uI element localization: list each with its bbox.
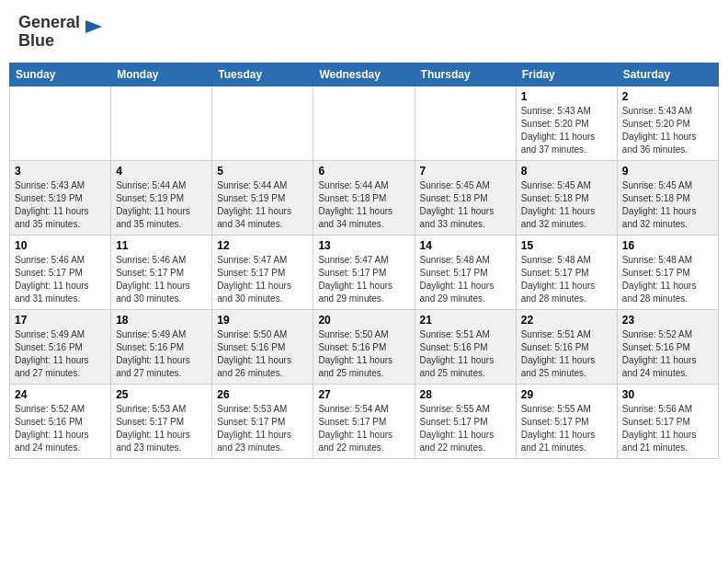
day-number: 13 — [318, 239, 409, 252]
calendar-cell: 7Sunrise: 5:45 AM Sunset: 5:18 PM Daylig… — [415, 160, 516, 235]
calendar-cell: 1Sunrise: 5:43 AM Sunset: 5:20 PM Daylig… — [516, 86, 617, 160]
calendar-cell: 9Sunrise: 5:45 AM Sunset: 5:18 PM Daylig… — [617, 160, 718, 235]
calendar-cell: 30Sunrise: 5:56 AM Sunset: 5:17 PM Dayli… — [617, 384, 718, 458]
calendar-cell: 20Sunrise: 5:50 AM Sunset: 5:16 PM Dayli… — [313, 309, 415, 384]
day-info: Sunrise: 5:50 AM Sunset: 5:16 PM Dayligh… — [318, 328, 409, 380]
calendar-cell: 19Sunrise: 5:50 AM Sunset: 5:16 PM Dayli… — [212, 309, 313, 384]
day-info: Sunrise: 5:47 AM Sunset: 5:17 PM Dayligh… — [217, 254, 308, 305]
day-info: Sunrise: 5:56 AM Sunset: 5:17 PM Dayligh… — [622, 403, 713, 454]
calendar-week-row: 24Sunrise: 5:52 AM Sunset: 5:16 PM Dayli… — [10, 384, 719, 458]
calendar-cell: 3Sunrise: 5:43 AM Sunset: 5:19 PM Daylig… — [10, 160, 111, 235]
day-number: 14 — [420, 239, 511, 252]
day-info: Sunrise: 5:51 AM Sunset: 5:16 PM Dayligh… — [420, 328, 511, 380]
day-info: Sunrise: 5:46 AM Sunset: 5:17 PM Dayligh… — [116, 254, 207, 305]
day-number: 7 — [420, 165, 511, 178]
day-info: Sunrise: 5:44 AM Sunset: 5:19 PM Dayligh… — [217, 179, 308, 231]
page-header: General Blue — [9, 9, 719, 55]
day-info: Sunrise: 5:43 AM Sunset: 5:19 PM Dayligh… — [15, 179, 106, 231]
logo: General Blue — [18, 14, 104, 51]
day-number: 19 — [217, 314, 308, 327]
day-info: Sunrise: 5:51 AM Sunset: 5:16 PM Dayligh… — [521, 328, 612, 380]
day-info: Sunrise: 5:44 AM Sunset: 5:18 PM Dayligh… — [318, 179, 409, 231]
weekday-header-sunday: Sunday — [10, 63, 111, 86]
calendar-cell: 29Sunrise: 5:55 AM Sunset: 5:17 PM Dayli… — [516, 384, 617, 458]
calendar-cell: 25Sunrise: 5:53 AM Sunset: 5:17 PM Dayli… — [111, 384, 212, 458]
day-number: 30 — [622, 388, 713, 401]
day-number: 4 — [116, 165, 207, 178]
day-info: Sunrise: 5:44 AM Sunset: 5:19 PM Dayligh… — [116, 179, 207, 231]
calendar-cell: 18Sunrise: 5:49 AM Sunset: 5:16 PM Dayli… — [111, 309, 212, 384]
calendar-header-row: SundayMondayTuesdayWednesdayThursdayFrid… — [10, 63, 719, 86]
day-number: 12 — [217, 239, 308, 252]
day-info: Sunrise: 5:48 AM Sunset: 5:17 PM Dayligh… — [622, 254, 713, 305]
calendar-cell: 12Sunrise: 5:47 AM Sunset: 5:17 PM Dayli… — [212, 235, 313, 309]
day-info: Sunrise: 5:47 AM Sunset: 5:17 PM Dayligh… — [318, 254, 409, 305]
logo-text-blue: Blue — [18, 31, 54, 50]
day-number: 17 — [15, 314, 106, 327]
calendar-cell: 27Sunrise: 5:54 AM Sunset: 5:17 PM Dayli… — [313, 384, 415, 458]
day-info: Sunrise: 5:45 AM Sunset: 5:18 PM Dayligh… — [622, 179, 713, 231]
weekday-header-thursday: Thursday — [415, 63, 516, 86]
day-number: 3 — [15, 165, 106, 178]
weekday-header-friday: Friday — [516, 63, 617, 86]
calendar-cell: 10Sunrise: 5:46 AM Sunset: 5:17 PM Dayli… — [10, 235, 111, 309]
weekday-header-monday: Monday — [111, 63, 212, 86]
day-number: 27 — [318, 388, 409, 401]
weekday-header-tuesday: Tuesday — [212, 63, 313, 86]
day-number: 22 — [521, 314, 612, 327]
calendar-cell: 8Sunrise: 5:45 AM Sunset: 5:18 PM Daylig… — [516, 160, 617, 235]
calendar-cell: 26Sunrise: 5:53 AM Sunset: 5:17 PM Dayli… — [212, 384, 313, 458]
logo-arrow-icon — [84, 17, 104, 37]
day-number: 25 — [116, 388, 207, 401]
day-number: 18 — [116, 314, 207, 327]
logo-text-general: General — [18, 13, 80, 31]
calendar-cell: 14Sunrise: 5:48 AM Sunset: 5:17 PM Dayli… — [415, 235, 516, 309]
day-number: 8 — [521, 165, 612, 178]
day-info: Sunrise: 5:55 AM Sunset: 5:17 PM Dayligh… — [521, 403, 612, 454]
day-info: Sunrise: 5:49 AM Sunset: 5:16 PM Dayligh… — [15, 328, 106, 380]
day-number: 5 — [217, 165, 308, 178]
calendar-cell: 13Sunrise: 5:47 AM Sunset: 5:17 PM Dayli… — [313, 235, 415, 309]
calendar-cell — [313, 86, 415, 160]
calendar-cell: 23Sunrise: 5:52 AM Sunset: 5:16 PM Dayli… — [617, 309, 718, 384]
day-number: 6 — [318, 165, 409, 178]
day-number: 29 — [521, 388, 612, 401]
calendar-table: SundayMondayTuesdayWednesdayThursdayFrid… — [9, 63, 719, 459]
day-info: Sunrise: 5:50 AM Sunset: 5:16 PM Dayligh… — [217, 328, 308, 380]
day-info: Sunrise: 5:52 AM Sunset: 5:16 PM Dayligh… — [622, 328, 713, 380]
calendar-week-row: 17Sunrise: 5:49 AM Sunset: 5:16 PM Dayli… — [10, 309, 719, 384]
day-number: 23 — [622, 314, 713, 327]
day-info: Sunrise: 5:48 AM Sunset: 5:17 PM Dayligh… — [420, 254, 511, 305]
day-number: 20 — [318, 314, 409, 327]
day-number: 11 — [116, 239, 207, 252]
calendar-week-row: 1Sunrise: 5:43 AM Sunset: 5:20 PM Daylig… — [10, 86, 719, 160]
calendar-cell: 16Sunrise: 5:48 AM Sunset: 5:17 PM Dayli… — [617, 235, 718, 309]
day-info: Sunrise: 5:55 AM Sunset: 5:17 PM Dayligh… — [420, 403, 511, 454]
day-info: Sunrise: 5:45 AM Sunset: 5:18 PM Dayligh… — [420, 179, 511, 231]
day-info: Sunrise: 5:53 AM Sunset: 5:17 PM Dayligh… — [116, 403, 207, 454]
day-info: Sunrise: 5:49 AM Sunset: 5:16 PM Dayligh… — [116, 328, 207, 380]
weekday-header-saturday: Saturday — [617, 63, 718, 86]
day-info: Sunrise: 5:48 AM Sunset: 5:17 PM Dayligh… — [521, 254, 612, 305]
svg-marker-0 — [85, 20, 102, 33]
calendar-cell: 2Sunrise: 5:43 AM Sunset: 5:20 PM Daylig… — [617, 86, 718, 160]
day-number: 1 — [521, 90, 612, 103]
day-number: 10 — [15, 239, 106, 252]
day-number: 28 — [420, 388, 511, 401]
day-info: Sunrise: 5:45 AM Sunset: 5:18 PM Dayligh… — [521, 179, 612, 231]
day-number: 24 — [15, 388, 106, 401]
calendar-cell: 24Sunrise: 5:52 AM Sunset: 5:16 PM Dayli… — [10, 384, 111, 458]
calendar-cell — [111, 86, 212, 160]
calendar-cell — [415, 86, 516, 160]
calendar-cell: 4Sunrise: 5:44 AM Sunset: 5:19 PM Daylig… — [111, 160, 212, 235]
day-number: 21 — [420, 314, 511, 327]
day-number: 16 — [622, 239, 713, 252]
calendar-cell: 6Sunrise: 5:44 AM Sunset: 5:18 PM Daylig… — [313, 160, 415, 235]
calendar-cell: 28Sunrise: 5:55 AM Sunset: 5:17 PM Dayli… — [415, 384, 516, 458]
calendar-week-row: 3Sunrise: 5:43 AM Sunset: 5:19 PM Daylig… — [10, 160, 719, 235]
weekday-header-wednesday: Wednesday — [313, 63, 415, 86]
calendar-cell: 21Sunrise: 5:51 AM Sunset: 5:16 PM Dayli… — [415, 309, 516, 384]
calendar-cell: 11Sunrise: 5:46 AM Sunset: 5:17 PM Dayli… — [111, 235, 212, 309]
calendar-cell: 5Sunrise: 5:44 AM Sunset: 5:19 PM Daylig… — [212, 160, 313, 235]
day-info: Sunrise: 5:43 AM Sunset: 5:20 PM Dayligh… — [521, 105, 612, 156]
